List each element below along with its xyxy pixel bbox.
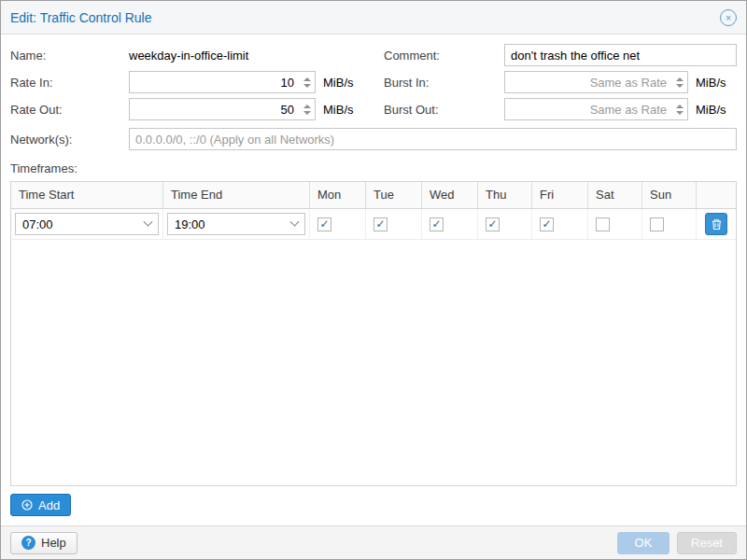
dialog-body: Name: weekday-in-office-limit Comment: R… <box>1 35 746 525</box>
time-start-combo[interactable]: 07:00 <box>15 213 159 235</box>
mon-cell: ✓ <box>310 209 366 239</box>
tue-checkbox[interactable]: ✓ <box>374 217 388 231</box>
add-button-label: Add <box>38 498 60 512</box>
sat-checkbox[interactable] <box>596 217 610 231</box>
edit-traffic-control-rule-dialog: Edit: Traffic Control Rule × Name: weekd… <box>0 0 747 560</box>
chevron-down-icon[interactable] <box>144 217 153 226</box>
burst-out-input[interactable] <box>504 98 688 120</box>
fri-checkbox[interactable]: ✓ <box>540 217 554 231</box>
wed-cell: ✓ <box>422 209 478 239</box>
name-field: Name: weekday-in-office-limit <box>10 44 363 66</box>
spinner-down-icon[interactable] <box>676 111 684 115</box>
comment-field: Comment: <box>384 44 737 66</box>
help-button-label: Help <box>41 536 66 550</box>
burst-out-field: Burst Out: MiB/s <box>384 98 737 120</box>
col-header-mon[interactable]: Mon <box>310 182 366 208</box>
timeframe-row: 07:00 19:00 ✓ ✓ ✓ <box>11 209 736 240</box>
burst-in-spinner <box>672 73 686 91</box>
burst-out-spinner <box>672 100 686 119</box>
trash-icon <box>711 218 723 231</box>
time-start-value: 07:00 <box>22 217 53 231</box>
add-button[interactable]: Add <box>10 494 71 516</box>
rate-in-input[interactable] <box>129 71 316 93</box>
rate-in-spinner <box>300 73 314 91</box>
col-header-sun[interactable]: Sun <box>642 182 697 208</box>
spinner-up-icon[interactable] <box>676 105 684 108</box>
timeframes-label: Timeframes: <box>10 161 737 175</box>
col-header-thu[interactable]: Thu <box>478 182 532 208</box>
networks-label: Network(s): <box>10 133 129 147</box>
rate-in-unit: MiB/s <box>323 76 354 90</box>
col-header-actions <box>697 182 736 208</box>
rate-out-label: Rate Out: <box>10 103 129 117</box>
fri-cell: ✓ <box>532 209 588 239</box>
networks-input[interactable] <box>129 128 737 150</box>
burst-in-input[interactable] <box>504 71 688 93</box>
sun-cell <box>642 209 697 239</box>
rate-out-spinner <box>300 100 314 119</box>
comment-input[interactable] <box>504 44 737 66</box>
time-end-combo[interactable]: 19:00 <box>167 213 305 235</box>
burst-in-unit: MiB/s <box>696 76 726 90</box>
thu-checkbox[interactable]: ✓ <box>486 217 500 231</box>
add-row: Add <box>10 494 737 516</box>
spinner-down-icon[interactable] <box>303 84 311 88</box>
col-header-fri[interactable]: Fri <box>532 182 588 208</box>
col-header-sat[interactable]: Sat <box>588 182 642 208</box>
rate-in-label: Rate In: <box>10 76 129 90</box>
form-grid: Name: weekday-in-office-limit Comment: R… <box>10 44 737 120</box>
spinner-up-icon[interactable] <box>303 105 311 108</box>
plus-circle-icon <box>21 499 33 511</box>
name-value: weekday-in-office-limit <box>129 49 248 63</box>
networks-field: Network(s): <box>10 128 737 150</box>
thu-cell: ✓ <box>478 209 532 239</box>
timeframes-grid: Time Start Time End Mon Tue Wed Thu Fri … <box>10 181 737 486</box>
comment-label: Comment: <box>384 49 504 63</box>
spinner-down-icon[interactable] <box>303 111 311 115</box>
sat-cell <box>588 209 642 239</box>
tue-cell: ✓ <box>366 209 422 239</box>
help-button[interactable]: ? Help <box>10 532 78 554</box>
burst-out-label: Burst Out: <box>384 103 504 117</box>
col-header-time-end[interactable]: Time End <box>163 182 310 208</box>
rate-out-field: Rate Out: MiB/s <box>10 98 363 120</box>
close-icon[interactable]: × <box>720 9 737 26</box>
dialog-title: Edit: Traffic Control Rule <box>10 10 151 25</box>
spinner-down-icon[interactable] <box>676 84 684 88</box>
col-header-time-start[interactable]: Time Start <box>11 182 163 208</box>
grid-empty-area <box>11 240 736 485</box>
delete-row-button[interactable] <box>705 213 727 235</box>
col-header-tue[interactable]: Tue <box>366 182 422 208</box>
rate-in-field: Rate In: MiB/s <box>10 71 363 93</box>
actions-cell <box>697 209 736 239</box>
col-header-wed[interactable]: Wed <box>422 182 478 208</box>
spinner-up-icon[interactable] <box>676 77 684 81</box>
burst-out-unit: MiB/s <box>696 103 726 117</box>
burst-in-label: Burst In: <box>384 76 504 90</box>
time-end-cell: 19:00 <box>163 209 310 239</box>
wed-checkbox[interactable]: ✓ <box>430 217 444 231</box>
dialog-footer: ? Help OK Reset <box>1 525 746 559</box>
spinner-up-icon[interactable] <box>303 77 311 81</box>
help-icon: ? <box>21 536 35 550</box>
rate-out-input[interactable] <box>129 98 316 120</box>
grid-header-row: Time Start Time End Mon Tue Wed Thu Fri … <box>11 182 736 209</box>
name-label: Name: <box>10 49 129 63</box>
burst-in-field: Burst In: MiB/s <box>384 71 737 93</box>
reset-button[interactable]: Reset <box>677 532 737 554</box>
dialog-header: Edit: Traffic Control Rule × <box>1 1 746 35</box>
mon-checkbox[interactable]: ✓ <box>317 217 331 231</box>
ok-button[interactable]: OK <box>617 532 669 554</box>
chevron-down-icon[interactable] <box>290 217 300 226</box>
time-end-value: 19:00 <box>175 217 205 231</box>
rate-out-unit: MiB/s <box>323 103 354 117</box>
time-start-cell: 07:00 <box>11 209 163 239</box>
sun-checkbox[interactable] <box>650 217 664 231</box>
